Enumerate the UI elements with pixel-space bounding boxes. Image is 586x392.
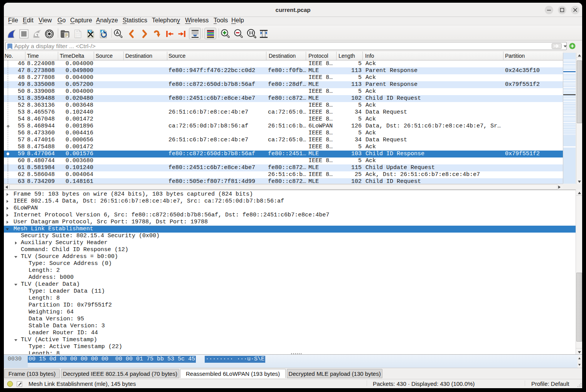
svg-text:0111: 0111 — [76, 36, 80, 39]
